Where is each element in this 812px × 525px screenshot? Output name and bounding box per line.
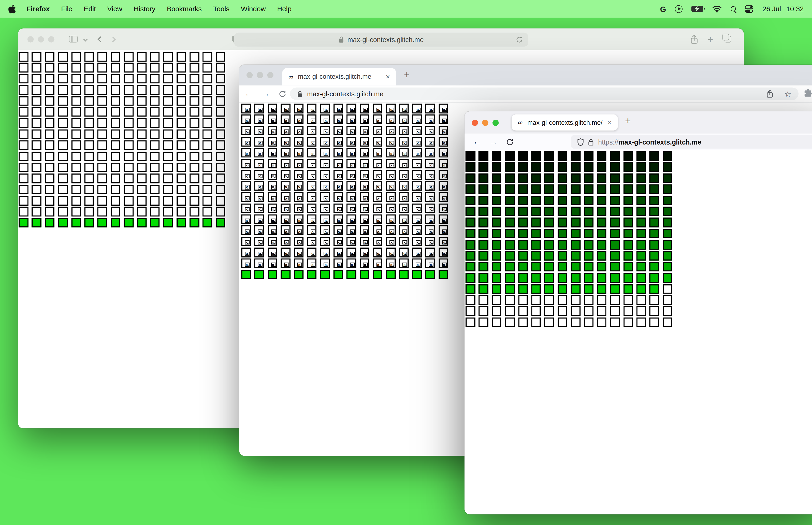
safari-address-bar[interactable]: max-gl-contexts.glitch.me — [234, 32, 528, 46]
close-button[interactable] — [28, 36, 34, 42]
broken-image-icon: × — [271, 119, 276, 123]
back-icon[interactable] — [97, 36, 103, 42]
menu-help[interactable]: Help — [277, 5, 292, 13]
broken-image-icon: × — [442, 163, 447, 167]
close-tab-icon[interactable]: × — [386, 73, 390, 81]
firefox-address-bar[interactable]: https://max-gl-contexts.glitch.me — [571, 135, 812, 149]
broken-image-icon: × — [284, 141, 289, 145]
zoom-button[interactable] — [267, 72, 273, 78]
control-center-icon[interactable] — [745, 5, 753, 13]
broken-image-icon: × — [350, 218, 355, 223]
menu-edit[interactable]: Edit — [84, 5, 96, 13]
menu-date[interactable]: 26 Jul — [763, 5, 781, 13]
menu-window[interactable]: Window — [241, 5, 266, 13]
menu-history[interactable]: History — [134, 5, 155, 13]
gl-canvas-cell — [71, 52, 81, 61]
forward-icon[interactable]: → — [489, 137, 497, 147]
reload-icon[interactable] — [279, 90, 287, 97]
close-button[interactable] — [246, 72, 252, 78]
gl-canvas-cell — [597, 251, 607, 260]
forward-icon[interactable] — [110, 36, 116, 42]
zoom-button[interactable] — [492, 119, 499, 125]
gl-canvas-cell — [97, 74, 107, 84]
broken-image-icon: × — [297, 174, 302, 178]
forward-icon[interactable]: → — [261, 89, 270, 99]
gl-canvas-cell — [518, 240, 528, 250]
lock-icon[interactable] — [588, 139, 594, 146]
extensions-puzzle-icon[interactable] — [804, 89, 812, 98]
google-menu-icon[interactable]: G — [660, 4, 666, 13]
close-button[interactable] — [472, 119, 478, 125]
menu-tools[interactable]: Tools — [213, 5, 229, 13]
menu-app-name[interactable]: Firefox — [26, 5, 49, 13]
zoom-button[interactable] — [48, 36, 54, 42]
gl-canvas-cell: × — [255, 248, 264, 257]
gl-canvas-cell: × — [267, 192, 277, 202]
gl-canvas-cell — [426, 270, 435, 280]
gl-canvas-cell — [610, 262, 620, 272]
broken-image-icon: × — [271, 252, 276, 256]
broken-image-icon: × — [245, 108, 249, 112]
tab-max-gl-contexts[interactable]: ∞ max-gl-contexts.glitch.me × — [282, 68, 396, 86]
reload-icon[interactable] — [506, 138, 514, 146]
share-icon[interactable] — [766, 90, 773, 98]
tab-max-gl-contexts[interactable]: ∞ max-gl-contexts.glitch.me/ × — [512, 115, 618, 131]
new-tab-button[interactable]: + — [404, 69, 410, 80]
broken-image-icon: × — [350, 108, 355, 112]
broken-image-icon: × — [271, 108, 276, 112]
share-icon[interactable] — [691, 34, 698, 44]
gl-canvas-cell — [597, 262, 607, 272]
broken-image-icon: × — [416, 163, 420, 167]
close-tab-icon[interactable]: × — [607, 118, 612, 127]
back-icon[interactable]: ← — [244, 89, 252, 99]
menu-view[interactable]: View — [107, 5, 122, 13]
gl-canvas-cell: × — [267, 115, 277, 124]
chevron-down-icon[interactable] — [83, 37, 88, 41]
gl-canvas-cell — [163, 129, 173, 139]
reload-icon[interactable] — [516, 35, 523, 43]
back-icon[interactable]: ← — [473, 137, 481, 147]
gl-canvas-cell — [597, 207, 607, 216]
gl-canvas-cell — [637, 273, 646, 283]
broken-image-icon: × — [245, 263, 249, 267]
chrome-address-bar[interactable]: max-gl-contexts.glitch.me ☆ — [290, 87, 798, 100]
minimize-button[interactable] — [257, 72, 263, 78]
gl-canvas-cell: × — [267, 203, 277, 213]
gl-canvas-cell — [18, 63, 28, 73]
gl-canvas-cell — [111, 196, 120, 205]
menu-file[interactable]: File — [61, 5, 72, 13]
broken-image-icon: × — [442, 229, 447, 234]
gl-canvas-cell: × — [347, 137, 356, 146]
gl-canvas-cell — [58, 52, 68, 61]
broken-image-icon: × — [442, 152, 447, 156]
gl-canvas-cell — [177, 74, 186, 84]
wifi-icon[interactable] — [712, 5, 722, 13]
gl-canvas-cell — [531, 284, 541, 294]
broken-image-icon: × — [258, 240, 263, 245]
gl-canvas-cell — [97, 163, 107, 172]
search-icon[interactable] — [731, 6, 736, 11]
new-tab-icon[interactable]: + — [708, 34, 713, 44]
tab-overview-icon[interactable] — [724, 36, 731, 43]
menu-bookmarks[interactable]: Bookmarks — [167, 5, 202, 13]
gl-canvas-cell — [347, 270, 356, 280]
gl-canvas-cell — [584, 284, 594, 294]
tracking-shield-icon[interactable] — [578, 138, 584, 146]
broken-image-icon: × — [389, 229, 394, 234]
firefox-window[interactable]: ∞ max-gl-contexts.glitch.me/ × + ← → htt… — [464, 111, 812, 514]
gl-canvas-cell: × — [307, 248, 317, 257]
battery-charging-icon[interactable] — [691, 6, 703, 12]
gl-canvas-cell: × — [347, 192, 356, 202]
apple-menu-icon[interactable] — [8, 4, 16, 13]
broken-image-icon: × — [337, 263, 342, 267]
gl-canvas-cell: × — [307, 214, 317, 224]
sidebar-icon[interactable] — [69, 36, 78, 43]
play-menu-icon[interactable] — [675, 5, 683, 13]
gl-canvas-cell — [177, 96, 186, 106]
broken-image-icon: × — [311, 218, 315, 223]
minimize-button[interactable] — [38, 36, 44, 42]
bookmark-star-icon[interactable]: ☆ — [784, 90, 791, 97]
minimize-button[interactable] — [482, 119, 488, 125]
new-tab-button[interactable]: + — [625, 116, 631, 127]
menu-time[interactable]: 10:32 — [786, 5, 803, 13]
